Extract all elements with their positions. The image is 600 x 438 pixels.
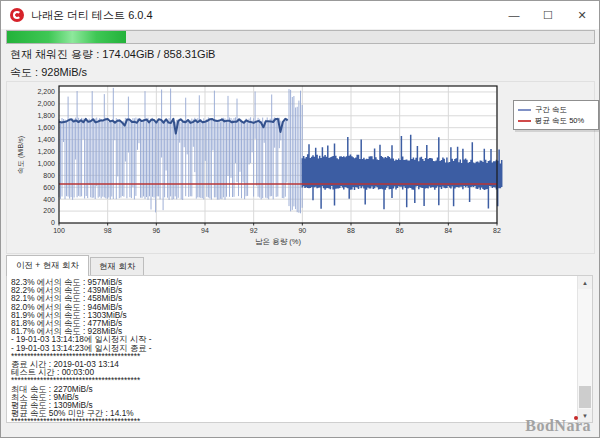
window-controls: — ☐ ✕ [497,1,599,29]
maximize-button[interactable]: ☐ [531,1,565,29]
log-text: 82.3% 에서의 속도 : 957MiB/s82.2% 에서의 속도 : 43… [11,278,574,423]
minimize-button[interactable]: — [497,1,531,29]
app-window: 나래온 더티 테스트 6.0.4 — ☐ ✕ 현재 채워진 용량 : 174.0… [0,0,600,438]
log-line: 종료 시간 : 2019-01-03 13:14 [11,360,574,368]
window-title: 나래온 더티 테스트 6.0.4 [31,8,153,23]
log-line: **************************************** [11,417,574,423]
filled-capacity-label: 현재 채워진 용량 : 174.04GiB / 858.31GiB [10,47,215,62]
svg-text:94: 94 [201,227,209,234]
svg-text:100: 100 [53,227,65,234]
scrollbar-thumb[interactable] [579,386,591,408]
interval-speed-line-icon [518,109,531,111]
legend-item-interval-speed: 구간 속도 [518,104,594,115]
progress-bar [6,30,595,44]
speed-chart: 10098969492908886848202004006008001,0001… [7,82,594,253]
app-logo-icon [10,8,24,22]
svg-text:2,000: 2,000 [37,100,55,107]
svg-text:2,200: 2,200 [37,88,55,95]
title-bar: 나래온 더티 테스트 6.0.4 — ☐ ✕ [1,1,599,29]
close-button[interactable]: ✕ [565,1,599,29]
svg-text:1,000: 1,000 [37,160,55,167]
svg-text:1,800: 1,800 [37,112,55,119]
log-line: 최대 속도 : 2270MiB/s [11,385,574,393]
chart-panel: 10098969492908886848202004006008001,0001… [6,81,595,254]
progress-fill [7,31,126,43]
svg-text:1,400: 1,400 [37,136,55,143]
svg-text:1,200: 1,200 [37,148,55,155]
tab-strip: 이전 + 현재 회차 현재 회차 [6,258,145,276]
svg-text:86: 86 [396,227,404,234]
scroll-up-icon[interactable]: ▲ [578,276,592,289]
tab-current-round[interactable]: 현재 회차 [90,257,144,276]
legend-item-average-speed: 평균 속도 50% [518,115,594,126]
svg-text:90: 90 [298,227,306,234]
watermark-red-dot [574,416,578,420]
log-area[interactable]: 82.3% 에서의 속도 : 957MiB/s82.2% 에서의 속도 : 43… [6,275,593,423]
svg-text:92: 92 [250,227,258,234]
speed-label: 속도 : 928MiB/s [10,65,87,80]
average-speed-line-icon [518,120,531,122]
log-scrollbar[interactable]: ▲ ▼ [577,276,592,422]
svg-text:800: 800 [43,172,55,179]
svg-text:400: 400 [43,196,55,203]
svg-text:600: 600 [43,184,55,191]
log-line: 최소 속도 : 9MiB/s [11,393,574,401]
svg-text:0: 0 [51,219,55,226]
svg-text:96: 96 [152,227,160,234]
svg-text:98: 98 [104,227,112,234]
log-line: **************************************** [11,376,574,384]
svg-text:84: 84 [444,227,452,234]
svg-text:1,600: 1,600 [37,124,55,131]
tab-previous-plus-current-round[interactable]: 이전 + 현재 회차 [6,255,89,276]
svg-text:200: 200 [43,207,55,214]
chart-legend: 구간 속도 평균 속도 50% [513,100,599,130]
x-axis-label: 남은 용량 (%) [255,237,301,246]
svg-text:82: 82 [493,227,501,234]
y-axis-label: 속도 (MiB/s) [17,136,25,174]
svg-text:88: 88 [347,227,355,234]
bodnara-watermark: BodNara [525,417,591,435]
